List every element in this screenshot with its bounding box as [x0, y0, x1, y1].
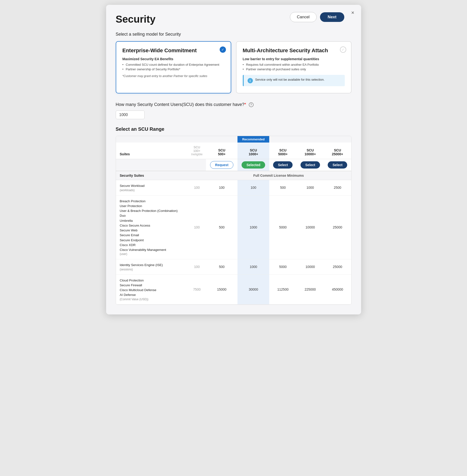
- request-button[interactable]: Request: [210, 161, 234, 169]
- select-btn-cell-10000: Select: [297, 159, 324, 171]
- modal-header: Security Cancel Next ×: [116, 14, 351, 25]
- enterprise-wide-card[interactable]: ✓ Enterprise-Wide Commitment Maximized S…: [116, 41, 231, 94]
- cloud-suites-112500: 112500: [269, 274, 297, 304]
- ise-25000: 25000: [324, 259, 351, 274]
- scu1000-header: SCU 1000+: [237, 143, 269, 159]
- ise-100: 100: [188, 259, 206, 274]
- multi-arch-info-box: i Service only will not be available for…: [243, 75, 345, 86]
- selected-button[interactable]: Selected: [242, 161, 265, 169]
- ise-unit: (sessions): [120, 268, 185, 271]
- suites-col-header: Suites: [116, 143, 188, 159]
- user-suites-5000: 5000: [269, 195, 297, 259]
- recommended-label: Recommended: [237, 136, 269, 143]
- suite-name-cell: Identity Services Engine (ISE) (sessions…: [116, 259, 188, 274]
- enterprise-wide-subtitle: Maximized Security EA Benefits: [122, 57, 224, 61]
- scu100-header: SCU 100+ Ineligible: [188, 143, 206, 159]
- secure-workload-5000: 500: [269, 180, 297, 195]
- section-header-row: Security Suites Full Commit License Mini…: [116, 171, 351, 180]
- secure-workload-100: 100: [188, 180, 206, 195]
- select-btn-cell-5000: Select: [269, 159, 297, 171]
- multi-arch-subtitle: Low barrier to entry for supplemental qu…: [243, 57, 345, 61]
- scu25000-header: SCU 25000+: [324, 143, 351, 159]
- scu5000-header: SCU 5000+: [269, 143, 297, 159]
- cloud-suites-unit: (Commit Value (USD)): [120, 298, 185, 301]
- secure-workload-500: 100: [206, 180, 237, 195]
- suite-name-cell: Secure Workload (workloads): [116, 180, 188, 195]
- enterprise-bullet-1: Committed SCU count defined for duration…: [122, 63, 224, 67]
- security-modal: Security Cancel Next × Select a selling …: [106, 5, 361, 314]
- scu-range-table: Recommended Suites SCU 100+ Ineligible: [116, 136, 351, 304]
- ineligible-spacer: [188, 171, 206, 180]
- cloud-suites-450000: 450000: [324, 274, 351, 304]
- scu10000-header: SCU 10000+: [297, 143, 324, 159]
- select-button-25000[interactable]: Select: [328, 161, 347, 169]
- selected-btn-cell: Selected: [237, 159, 269, 171]
- cloud-suites-7500: 7500: [188, 274, 206, 304]
- scu500-header: SCU 500+: [206, 143, 237, 159]
- cancel-button[interactable]: Cancel: [290, 12, 317, 22]
- scu-question-section: How many Security Content Users(SCU) doe…: [116, 102, 351, 126]
- select-button-10000[interactable]: Select: [300, 161, 320, 169]
- user-suites-1000: 1000: [237, 195, 269, 259]
- select-button-5000[interactable]: Select: [273, 161, 293, 169]
- user-suites-10000: 10000: [297, 195, 324, 259]
- secure-workload-1000: 100: [237, 180, 269, 195]
- ise-500: 500: [206, 259, 237, 274]
- scu-range-table-wrap: Recommended Suites SCU 100+ Ineligible: [116, 136, 351, 305]
- select-btn-cell-25000: Select: [324, 159, 351, 171]
- table-row: Identity Services Engine (ISE) (sessions…: [116, 259, 351, 274]
- cloud-suites-15000: 15000: [206, 274, 237, 304]
- suite-name-cell: Breach ProtectionUser ProtectionUser & B…: [116, 195, 188, 259]
- cloud-suites-name: Cloud ProtectionSecure FirewallCisco Mul…: [120, 278, 185, 298]
- info-icon: i: [247, 78, 253, 83]
- scu-question-label: How many Security Content Users(SCU) doe…: [116, 102, 351, 107]
- secure-workload-10000: 1000: [297, 180, 324, 195]
- btn-row: Request Selected Select Select Select: [116, 159, 351, 171]
- multi-arch-card[interactable]: ✓ Multi-Architecture Security Attach Low…: [236, 41, 351, 94]
- ise-5000: 5000: [269, 259, 297, 274]
- suite-name-cell: Cloud ProtectionSecure FirewallCisco Mul…: [116, 274, 188, 304]
- user-suites-25000: 25000: [324, 195, 351, 259]
- multi-arch-title: Multi-Architecture Security Attach: [243, 47, 345, 54]
- multi-arch-bullets: Requires full commitment within another …: [243, 63, 345, 71]
- secure-workload-25000: 2500: [324, 180, 351, 195]
- scu-input[interactable]: [116, 110, 145, 119]
- enterprise-bullet-2: Partner ownership of Security Portfolio*: [122, 68, 224, 71]
- cloud-suites-30000: 30000: [237, 274, 269, 304]
- user-suites-100: 100: [188, 195, 206, 259]
- multi-arch-info-text: Service only will not be available for t…: [255, 78, 324, 82]
- selling-model-label: Select a selling model for Security: [116, 32, 351, 37]
- help-icon[interactable]: ?: [249, 102, 254, 107]
- user-suites-name: Breach ProtectionUser ProtectionUser & B…: [120, 199, 185, 253]
- recommended-label-row: Recommended: [116, 136, 351, 143]
- ise-name: Identity Services Engine (ISE): [120, 263, 185, 268]
- enterprise-wide-bullets: Committed SCU count defined for duration…: [122, 63, 224, 71]
- col-header-row: Suites SCU 100+ Ineligible SCU 500+ SC: [116, 143, 351, 159]
- selling-model-cards: ✓ Enterprise-Wide Commitment Maximized S…: [116, 41, 351, 94]
- scu-range-section: Select an SCU Range Recommended: [116, 126, 351, 305]
- secure-workload-unit: (workloads): [120, 189, 185, 192]
- enterprise-note: *Customer may grant entry to another Par…: [122, 74, 224, 78]
- table-row: Breach ProtectionUser ProtectionUser & B…: [116, 195, 351, 259]
- modal-title: Security: [116, 14, 156, 25]
- scu-range-title: Select an SCU Range: [116, 126, 351, 132]
- security-suites-label: Security Suites: [116, 171, 188, 180]
- next-button[interactable]: Next: [320, 12, 344, 22]
- cloud-suites-225000: 225000: [297, 274, 324, 304]
- close-button[interactable]: ×: [351, 10, 354, 15]
- user-suites-500: 500: [206, 195, 237, 259]
- ise-10000: 10000: [297, 259, 324, 274]
- multi-arch-bullet-2: Partner ownership of purchased suites on…: [243, 68, 345, 71]
- request-btn-cell: Request: [206, 159, 237, 171]
- secure-workload-name: Secure Workload: [120, 183, 185, 188]
- enterprise-wide-check-icon: ✓: [220, 46, 226, 53]
- multi-arch-check-icon: ✓: [340, 46, 346, 53]
- selling-model-section: Select a selling model for Security ✓ En…: [116, 32, 351, 94]
- table-row: Cloud ProtectionSecure FirewallCisco Mul…: [116, 274, 351, 304]
- ise-1000: 1000: [237, 259, 269, 274]
- enterprise-wide-title: Enterprise-Wide Commitment: [122, 47, 224, 54]
- full-commit-label: Full Commit License Minimums: [206, 171, 351, 180]
- multi-arch-bullet-1: Requires full commitment within another …: [243, 63, 345, 67]
- user-suites-unit: (user): [120, 252, 185, 256]
- table-row: Secure Workload (workloads) 100 100 100 …: [116, 180, 351, 195]
